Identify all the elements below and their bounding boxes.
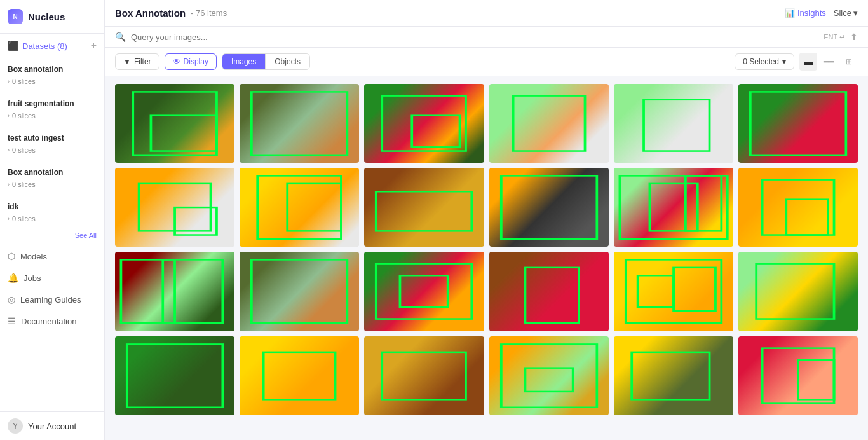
idk-section: idk › 0 slices (0, 196, 104, 230)
image-cell[interactable] (115, 252, 234, 331)
slices-count: 0 slices (12, 215, 36, 223)
image-cell[interactable] (614, 168, 733, 247)
image-cell[interactable] (240, 336, 359, 415)
sidebar-nav: ⬡ Models 🔔 Jobs ◎ Learning Guides ☰ Docu… (0, 245, 104, 332)
image-cell[interactable] (115, 336, 234, 415)
box-annotation-slices[interactable]: › 0 slices (8, 76, 97, 89)
image-cell[interactable] (738, 168, 858, 247)
insights-chart-icon: 📊 (785, 8, 795, 18)
slices-count: 0 slices (12, 146, 36, 154)
image-cell[interactable] (364, 336, 484, 415)
svg-rect-2 (252, 92, 348, 155)
svg-rect-7 (750, 92, 846, 155)
selected-button[interactable]: 0 Selected ▾ (735, 53, 794, 70)
sidebar-item-label: Models (20, 252, 47, 261)
image-cell[interactable] (364, 84, 484, 163)
chevron-icon: › (8, 147, 10, 153)
svg-rect-17 (762, 180, 834, 235)
svg-rect-22 (376, 264, 472, 319)
image-cell[interactable] (489, 252, 609, 331)
image-cell[interactable] (240, 84, 359, 163)
topbar-right: 📊 Insights Slice ▾ (785, 8, 858, 18)
svg-rect-29 (127, 344, 223, 407)
svg-rect-26 (637, 276, 673, 308)
add-dataset-button[interactable]: + (91, 40, 97, 52)
filter-icon: ▼ (123, 57, 131, 66)
svg-rect-5 (513, 96, 585, 151)
account-section[interactable]: Y Your Account (0, 411, 104, 440)
list-view-button[interactable]: ▬ (799, 53, 817, 71)
sidebar-item-models[interactable]: ⬡ Models (0, 245, 104, 267)
chevron-icon: › (8, 181, 10, 188)
display-button[interactable]: 👁 Display (165, 53, 217, 70)
svg-rect-25 (625, 260, 721, 323)
box-annotation-2-slices[interactable]: › 0 slices (8, 179, 97, 192)
dash-icon: ━━ (824, 57, 834, 67)
models-icon: ⬡ (8, 251, 15, 261)
section-title-2: fruit segmentation (8, 97, 97, 111)
sidebar-item-label: Learning Guides (20, 295, 81, 305)
image-cell[interactable] (115, 168, 234, 247)
grid-view-button[interactable]: ⊞ (840, 53, 858, 71)
image-cell[interactable] (240, 168, 359, 247)
dash-view-button[interactable]: ━━ (820, 53, 837, 71)
sidebar: N Nucleus ⬛ Datasets (8) + Box annotatio… (0, 0, 105, 440)
image-cell[interactable] (364, 252, 484, 331)
image-cell[interactable] (614, 84, 733, 163)
svg-rect-12 (376, 191, 472, 231)
image-cell[interactable] (489, 336, 609, 415)
svg-rect-36 (798, 360, 834, 399)
sidebar-item-learning-guides[interactable]: ◎ Learning Guides (0, 289, 104, 310)
image-cell[interactable] (614, 252, 733, 331)
chevron-down-icon: ▾ (853, 8, 858, 18)
idk-slices[interactable]: › 0 slices (8, 214, 97, 226)
selected-label: 0 Selected (743, 57, 779, 66)
logo-icon: N (8, 9, 23, 24)
logo-area[interactable]: N Nucleus (0, 0, 104, 34)
svg-rect-16 (686, 176, 721, 231)
datasets-section[interactable]: ⬛ Datasets (8) + (0, 34, 104, 58)
svg-rect-0 (133, 92, 217, 155)
image-cell[interactable] (738, 84, 858, 163)
image-cell[interactable] (489, 84, 609, 163)
search-bar: 🔍 ENT ↵ ⬆ (105, 27, 868, 48)
share-icon: ⬆ (850, 32, 858, 42)
svg-rect-34 (632, 352, 709, 399)
image-cell[interactable] (738, 252, 858, 331)
image-cell[interactable] (489, 168, 609, 247)
chevron-icon: › (8, 113, 10, 119)
slices-count: 0 slices (12, 181, 36, 188)
insights-button[interactable]: 📊 Insights (785, 8, 826, 18)
display-icon: 👁 (173, 57, 180, 66)
test-auto-slices[interactable]: › 0 slices (8, 145, 97, 158)
svg-rect-31 (383, 352, 466, 399)
fruit-seg-slices[interactable]: › 0 slices (8, 111, 97, 123)
see-all-link[interactable]: See All (0, 230, 104, 240)
sidebar-item-jobs[interactable]: 🔔 Jobs (0, 267, 104, 289)
sidebar-item-label: Jobs (24, 273, 41, 283)
section-title-4: Box annotation (8, 165, 97, 179)
image-grid (105, 76, 868, 440)
svg-rect-20 (163, 260, 222, 323)
svg-rect-3 (383, 96, 466, 151)
image-cell[interactable] (115, 84, 234, 163)
svg-rect-6 (644, 100, 709, 151)
svg-rect-11 (287, 184, 341, 231)
item-count: - 76 items (191, 8, 227, 18)
svg-rect-27 (674, 268, 715, 311)
page-title: Box Annotation (115, 8, 186, 18)
box-annotation-section: Box annotation › 0 slices (0, 58, 104, 93)
image-cell[interactable] (364, 168, 484, 247)
filter-button[interactable]: ▼ Filter (115, 53, 159, 70)
image-cell[interactable] (240, 252, 359, 331)
slice-button[interactable]: Slice ▾ (834, 8, 858, 18)
svg-rect-24 (525, 268, 579, 323)
image-cell[interactable] (738, 336, 858, 415)
tab-objects[interactable]: Objects (266, 54, 309, 69)
sidebar-item-documentation[interactable]: ☰ Documentation (0, 310, 104, 332)
display-label: Display (184, 57, 208, 66)
tab-images[interactable]: Images (222, 54, 266, 69)
search-input[interactable] (131, 32, 818, 42)
test-auto-ingest-section: test auto ingest › 0 slices (0, 127, 104, 162)
image-cell[interactable] (614, 336, 733, 415)
